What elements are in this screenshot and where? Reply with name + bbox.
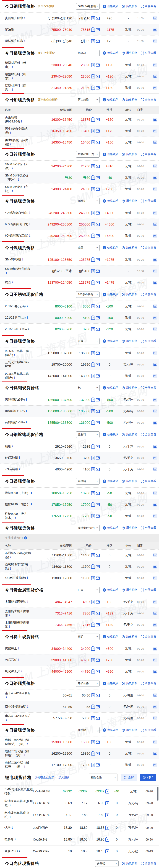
- mail-icon[interactable]: [96, 492, 100, 495]
- fullscreen-button[interactable]: 全屏查看: [141, 386, 156, 390]
- product-dropdown[interactable]: 200系不锈钢 ∨: [76, 291, 99, 298]
- info-icon[interactable]: i: [10, 815, 11, 818]
- yen-quote-icon[interactable]: ¥: [91, 374, 95, 378]
- product-dropdown[interactable]: 再生精铅 ∨: [76, 97, 99, 103]
- yen-quote-icon[interactable]: ¥: [91, 670, 95, 674]
- product-dropdown[interactable]: 原材料 ∨: [76, 431, 99, 438]
- yen-quote-icon[interactable]: ¥: [91, 281, 95, 284]
- mail-icon[interactable]: [96, 234, 100, 238]
- yen-quote-icon[interactable]: ¥: [91, 409, 95, 413]
- join-quote-link[interactable]: 加入报价: [58, 776, 70, 779]
- mail-icon[interactable]: [96, 763, 100, 767]
- trend-chart-icon[interactable]: [153, 141, 157, 145]
- yen-quote-icon[interactable]: ¥: [91, 176, 95, 180]
- info-icon[interactable]: i: [14, 353, 15, 357]
- history-price-button[interactable]: 历史价格: [122, 246, 137, 250]
- trend-chart-icon[interactable]: [153, 444, 157, 448]
- yen-quote-icon[interactable]: ¥: [105, 826, 109, 830]
- info-icon[interactable]: i: [12, 88, 13, 91]
- price-note-button[interactable]: ?价格说明: [103, 386, 119, 390]
- info-icon[interactable]: i: [24, 17, 25, 20]
- mail-icon[interactable]: [96, 456, 100, 460]
- info-icon[interactable]: i: [24, 765, 25, 769]
- info-icon[interactable]: i: [12, 444, 13, 448]
- fullscreen-button[interactable]: 全屏查看: [141, 339, 156, 343]
- trend-chart-icon[interactable]: [153, 327, 157, 331]
- info-icon[interactable]: i: [10, 803, 11, 807]
- trend-chart-icon[interactable]: [153, 612, 157, 615]
- history-price-button[interactable]: 历史价格: [122, 199, 137, 203]
- price-note-button[interactable]: ?价格说明: [103, 526, 119, 530]
- mail-icon[interactable]: [96, 351, 100, 355]
- mail-icon[interactable]: [96, 17, 100, 20]
- price-note-button[interactable]: ?价格说明: [103, 292, 119, 296]
- price-note-button[interactable]: ?价格说明: [103, 339, 119, 343]
- trend-chart-icon[interactable]: [153, 374, 157, 378]
- mail-icon[interactable]: [96, 577, 100, 580]
- mail-icon[interactable]: [96, 75, 100, 78]
- fullscreen-button[interactable]: 全屏查看: [141, 433, 156, 436]
- mail-icon[interactable]: [96, 612, 100, 615]
- info-icon[interactable]: i: [26, 409, 27, 413]
- info-icon[interactable]: i: [12, 76, 13, 80]
- history-price-button[interactable]: 历史价格: [122, 479, 137, 483]
- trend-chart-icon[interactable]: [153, 316, 157, 320]
- fullscreen-button[interactable]: 全屏查看: [141, 728, 156, 732]
- price-note-button[interactable]: ?价格说明: [103, 682, 119, 685]
- trend-chart-icon[interactable]: [153, 269, 157, 273]
- yen-quote-icon[interactable]: ¥: [91, 705, 95, 709]
- join-quote-link[interactable]: 废锂电企业报价: [35, 776, 55, 779]
- trend-chart-icon[interactable]: [153, 565, 157, 569]
- yen-quote-icon[interactable]: ¥: [91, 17, 95, 20]
- trend-chart-icon[interactable]: [153, 305, 157, 308]
- mail-icon[interactable]: [96, 281, 100, 284]
- fullscreen-button[interactable]: 全屏查看: [141, 152, 156, 156]
- fullscreen-button[interactable]: 全屏查看: [141, 526, 156, 530]
- yen-quote-icon[interactable]: ¥: [91, 118, 95, 122]
- info-icon[interactable]: i: [14, 376, 15, 379]
- info-icon[interactable]: i: [6, 271, 7, 275]
- yen-quote-icon[interactable]: ¥: [91, 398, 95, 402]
- mail-icon[interactable]: [96, 445, 100, 448]
- history-price-button[interactable]: 历史价格: [122, 728, 137, 732]
- trend-chart-icon[interactable]: [153, 409, 157, 413]
- mail-icon[interactable]: [96, 328, 100, 331]
- enterprise-quote-link[interactable]: 废电瓶企业报价: [38, 98, 58, 102]
- yen-quote-icon[interactable]: ¥: [91, 141, 95, 145]
- info-icon[interactable]: i: [24, 39, 25, 42]
- mail-icon[interactable]: [96, 647, 100, 650]
- info-icon[interactable]: i: [26, 398, 27, 401]
- info-icon[interactable]: i: [29, 234, 30, 237]
- mail-icon[interactable]: [96, 623, 100, 626]
- yen-quote-icon[interactable]: ¥: [91, 716, 95, 720]
- info-icon[interactable]: i: [31, 491, 32, 495]
- history-price-button[interactable]: 历史价格: [122, 339, 137, 343]
- info-icon[interactable]: i: [19, 456, 20, 459]
- yen-quote-icon[interactable]: ¥: [91, 612, 95, 615]
- info-icon[interactable]: i: [12, 281, 13, 284]
- yen-quote-icon[interactable]: ¥: [105, 801, 109, 805]
- product-dropdown[interactable]: 金属 ∨: [76, 245, 99, 251]
- mail-icon[interactable]: [96, 398, 100, 401]
- trend-chart-icon[interactable]: [153, 211, 157, 215]
- info-icon[interactable]: i: [11, 826, 13, 829]
- price-note-button[interactable]: ?价格说明: [103, 152, 119, 156]
- mail-icon[interactable]: [96, 39, 100, 43]
- mail-icon[interactable]: [96, 223, 100, 226]
- info-icon[interactable]: i: [27, 600, 28, 603]
- info-icon[interactable]: i: [27, 742, 28, 746]
- info-icon[interactable]: i: [18, 658, 19, 661]
- trend-chart-icon[interactable]: [153, 503, 157, 507]
- price-note-button[interactable]: ?价格说明: [103, 246, 119, 250]
- price-note-button[interactable]: ?价格说明: [103, 98, 119, 102]
- mail-icon[interactable]: [96, 503, 100, 506]
- price-note-button[interactable]: ?价格说明: [103, 635, 119, 639]
- yen-quote-icon[interactable]: ¥: [105, 789, 109, 794]
- info-icon[interactable]: i: [6, 718, 7, 722]
- history-price-button[interactable]: 历史价格: [122, 98, 137, 102]
- yen-quote-icon[interactable]: ¥: [91, 421, 95, 425]
- yen-quote-icon[interactable]: ¥: [91, 305, 95, 308]
- mail-icon[interactable]: [96, 211, 100, 215]
- history-price-button[interactable]: 历史价格: [122, 433, 137, 436]
- product-dropdown[interactable]: 化合物 ∨: [76, 727, 99, 734]
